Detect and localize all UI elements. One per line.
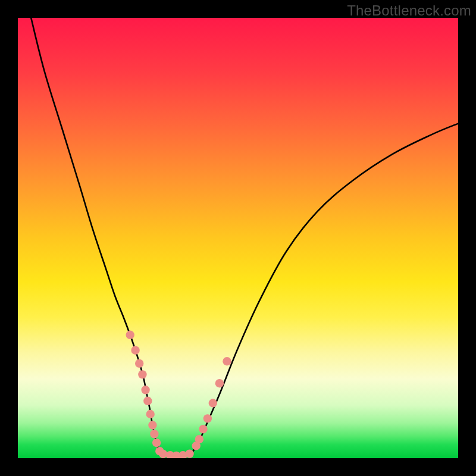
watermark-text: TheBottleneck.com <box>347 2 471 19</box>
data-point <box>185 449 193 458</box>
plot-area <box>18 18 458 458</box>
data-point <box>209 399 217 407</box>
data-point <box>131 346 139 355</box>
chart-frame: TheBottleneck.com <box>0 0 476 476</box>
data-point <box>148 421 156 429</box>
data-point <box>215 379 224 387</box>
chart-svg <box>18 18 458 458</box>
data-point <box>223 357 231 365</box>
data-point <box>199 425 207 433</box>
bottleneck-curve <box>31 18 458 456</box>
data-point <box>146 410 155 418</box>
data-point <box>138 370 146 378</box>
data-point <box>135 359 143 368</box>
data-point <box>203 414 212 422</box>
data-point <box>152 439 161 447</box>
right-branch-markers <box>192 357 231 450</box>
data-point <box>195 435 203 443</box>
left-branch-markers <box>126 331 164 456</box>
data-point <box>143 397 152 405</box>
valley-floor-markers <box>159 449 194 458</box>
data-point <box>141 386 149 394</box>
data-point <box>126 331 134 339</box>
data-point <box>150 430 158 438</box>
